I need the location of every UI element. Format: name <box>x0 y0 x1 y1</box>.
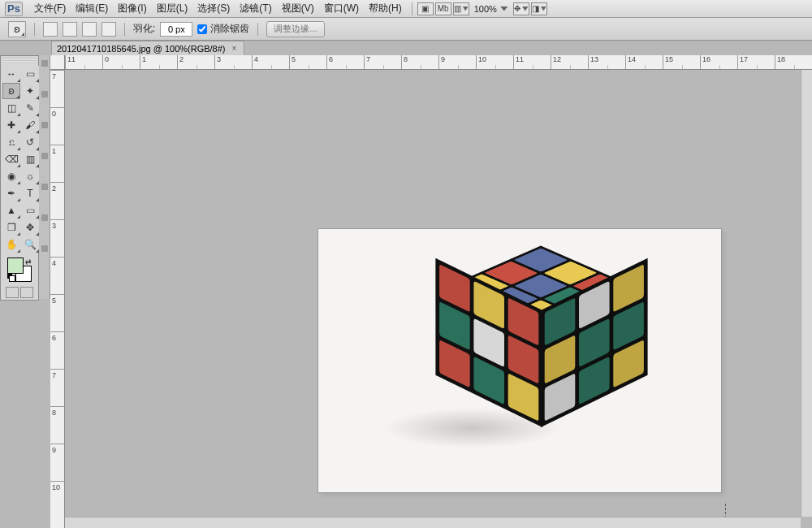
arrange-icon[interactable]: ▥ <box>453 2 469 15</box>
rotate-icon[interactable]: ◨ <box>531 2 547 15</box>
blur-tool-icon[interactable]: ◉ <box>2 168 20 184</box>
menu-item[interactable]: 图层(L) <box>152 0 193 17</box>
options-bar: ʚ 羽化: 消除锯齿 调整边缘... <box>0 18 812 41</box>
standard-mode-icon[interactable] <box>6 287 19 298</box>
brush-tool-icon[interactable]: 🖌 <box>21 117 39 133</box>
lasso-tool-icon[interactable]: ʚ <box>2 83 20 99</box>
viewport[interactable] <box>65 70 812 528</box>
menu-bar: Ps 文件(F)编辑(E)图像(I)图层(L)选择(S)滤镜(T)视图(V)窗口… <box>0 0 812 18</box>
main-area: 2012041710185645.jpg @ 100%(RGB/8#) × ↔▭… <box>0 41 812 528</box>
history-brush-icon[interactable]: ↺ <box>21 134 39 150</box>
swatch-section: ⇄ <box>2 258 37 298</box>
marquee-tool-icon[interactable]: ▭ <box>21 66 39 82</box>
antialias-checkbox[interactable]: 消除锯齿 <box>197 22 249 36</box>
app-root: Ps 文件(F)编辑(E)图像(I)图层(L)选择(S)滤镜(T)视图(V)窗口… <box>0 0 812 528</box>
collapsed-dock[interactable] <box>39 55 50 299</box>
3d-tool-icon[interactable]: ❒ <box>2 219 20 236</box>
active-tool-badge[interactable]: ʚ <box>8 21 26 37</box>
menu-item[interactable]: 滤镜(T) <box>235 0 276 17</box>
menu-item[interactable]: 窗口(W) <box>319 0 364 17</box>
select-intersect-icon[interactable] <box>102 22 116 37</box>
ruler-horizontal[interactable]: 1101234567891011121314151617181920 <box>65 55 812 70</box>
gradient-tool-icon[interactable]: ▥ <box>21 151 39 167</box>
hand-icon[interactable]: ✥ <box>513 2 529 15</box>
zoom-tool-icon[interactable]: 🔍 <box>21 236 39 253</box>
document-title: 2012041710185645.jpg @ 100%(RGB/8#) <box>57 44 226 54</box>
shape-tool-icon[interactable]: ▭ <box>21 202 39 219</box>
ruler-vertical[interactable]: 7012345678910 <box>50 70 65 528</box>
menu-item[interactable]: 编辑(E) <box>71 0 113 17</box>
foreground-swatch[interactable] <box>7 258 24 274</box>
palette-grip[interactable] <box>2 58 37 64</box>
app-logo-icon: Ps <box>5 2 23 16</box>
document-tab-bar: 2012041710185645.jpg @ 100%(RGB/8#) × <box>49 41 650 55</box>
path-select-icon[interactable]: ▲ <box>2 202 20 219</box>
document-image[interactable] <box>318 229 721 492</box>
zoom-readout[interactable]: 100% <box>471 4 512 14</box>
menu-item[interactable]: 选择(S) <box>192 0 235 17</box>
document-tab[interactable]: 2012041710185645.jpg @ 100%(RGB/8#) × <box>51 41 244 55</box>
dodge-tool-icon[interactable]: ☼ <box>21 168 39 184</box>
stamp-tool-icon[interactable]: ⎌ <box>2 134 20 150</box>
healing-tool-icon[interactable]: ✚ <box>2 117 20 133</box>
type-tool-icon[interactable]: T <box>21 185 39 201</box>
hand-tool-icon[interactable]: ✋ <box>2 236 20 253</box>
close-icon[interactable]: × <box>231 45 239 53</box>
crop-tool-icon[interactable]: ◫ <box>2 100 20 116</box>
default-colors-icon[interactable] <box>7 274 15 282</box>
scrollbar-vertical[interactable] <box>801 70 812 517</box>
wand-tool-icon[interactable]: ✦ <box>21 83 39 99</box>
quickmask-mode-icon[interactable] <box>20 287 33 298</box>
select-add-icon[interactable] <box>63 22 77 37</box>
eyedropper-tool-icon[interactable]: ✎ <box>21 100 39 116</box>
rubiks-cube <box>432 247 627 458</box>
menu-item[interactable]: 文件(F) <box>29 0 71 17</box>
bridge-icon[interactable]: Mb <box>435 2 451 15</box>
antialias-check-input[interactable] <box>197 24 207 34</box>
feather-label: 羽化: <box>133 22 155 36</box>
antialias-label: 消除锯齿 <box>210 22 249 36</box>
scrollbar-horizontal[interactable] <box>65 517 801 528</box>
menu-item[interactable]: 视图(V) <box>277 0 319 17</box>
refine-edge-button[interactable]: 调整边缘... <box>266 21 324 37</box>
move-tool-icon[interactable]: ↔ <box>2 66 20 82</box>
swap-colors-icon[interactable]: ⇄ <box>25 258 32 266</box>
ruler-origin[interactable] <box>50 55 65 70</box>
menu-item[interactable]: 帮助(H) <box>364 0 407 17</box>
lasso-tool-icon: ʚ <box>14 24 20 35</box>
menu-separator <box>412 2 412 15</box>
pen-tool-icon[interactable]: ✒ <box>2 185 20 201</box>
canvas-region: 1101234567891011121314151617181920 70123… <box>50 55 812 528</box>
screen-mode-icon[interactable]: ▣ <box>417 2 434 15</box>
select-subtract-icon[interactable] <box>82 22 97 37</box>
tool-palette: ↔▭ʚ✦◫✎✚🖌⎌↺⌫▥◉☼✒T▲▭❒✥✋🔍 ⇄ <box>0 55 39 301</box>
menu-item[interactable]: 图像(I) <box>113 0 151 17</box>
eraser-tool-icon[interactable]: ⌫ <box>2 151 20 167</box>
select-new-icon[interactable] <box>43 22 58 37</box>
3d-camera-icon[interactable]: ✥ <box>21 219 39 236</box>
feather-input[interactable] <box>160 22 192 37</box>
